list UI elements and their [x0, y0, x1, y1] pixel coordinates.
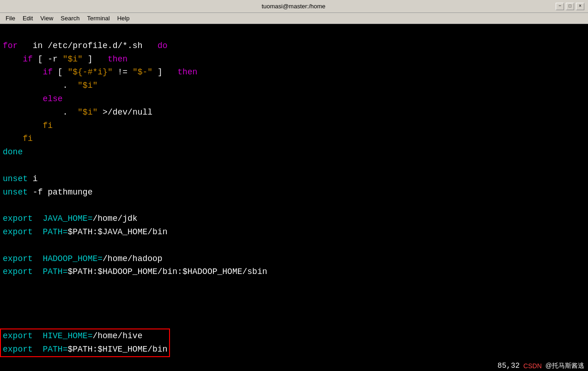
author-label: @托马斯酱逃 [546, 362, 584, 370]
minimize-button[interactable]: − [556, 3, 564, 10]
menu-edit[interactable]: Edit [19, 14, 36, 23]
cursor-position: 85,32 [497, 362, 520, 370]
highlighted-block: export HIVE_HOME=/home/hive export PATH=… [0, 328, 170, 357]
highlighted-code: export HIVE_HOME=/home/hive export PATH=… [3, 329, 167, 356]
terminal-body[interactable]: for i in /etc/profile.d/*.sh ; do if [ -… [0, 24, 588, 371]
title-bar: tuomasi@master:/home − □ × [0, 0, 588, 13]
status-bar: 85,32 CSDN @托马斯酱逃 [494, 361, 588, 371]
title-bar-title: tuomasi@master:/home [31, 3, 556, 10]
close-button[interactable]: × [576, 3, 584, 10]
brand-label: CSDN [523, 362, 542, 370]
code-area: for i in /etc/profile.d/*.sh ; do if [ -… [3, 26, 585, 292]
menu-terminal[interactable]: Terminal [84, 14, 114, 23]
menu-file[interactable]: File [2, 14, 19, 23]
menu-view[interactable]: View [36, 14, 57, 23]
window-controls[interactable]: − □ × [556, 3, 584, 10]
menu-bar: File Edit View Search Terminal Help [0, 13, 588, 24]
menu-search[interactable]: Search [57, 14, 83, 23]
maximize-button[interactable]: □ [566, 3, 574, 10]
menu-help[interactable]: Help [114, 14, 133, 23]
